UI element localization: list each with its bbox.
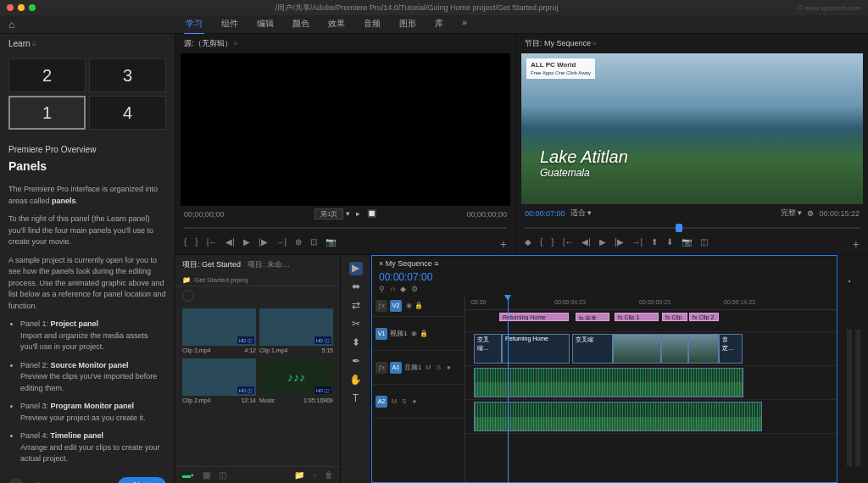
new-bin-icon[interactable]: 📁 (294, 470, 304, 480)
track-v2[interactable]: Returning Homefx 突发新…fx Clip 1fx Clip 3f… (465, 310, 837, 332)
workspace-effects[interactable]: 效果 (326, 14, 347, 35)
v1-target[interactable]: V1 (376, 328, 387, 340)
search-input[interactable] (182, 290, 194, 302)
source-video[interactable] (181, 53, 510, 206)
source-pager[interactable]: 第1页 ▾ ▸ 🔲 (314, 209, 376, 219)
track-a2[interactable] (465, 400, 837, 434)
settings-icon[interactable]: ⚙ (411, 285, 418, 293)
clip-segment[interactable] (613, 334, 661, 364)
maximize-icon[interactable] (29, 4, 36, 11)
clip-segment[interactable] (661, 334, 688, 364)
list-view-icon[interactable]: ▬▪ (182, 470, 194, 480)
time-ruler[interactable]: :00:00 00:00:04:23 00:00:09:23 00:00:14:… (465, 295, 837, 310)
next-button[interactable]: Next (118, 477, 166, 484)
insert-icon[interactable]: ⊕ (295, 237, 302, 251)
lock-icon[interactable]: 🔒 (415, 302, 423, 310)
home-icon[interactable]: ⌂ (8, 19, 14, 31)
record-icon[interactable]: ● (410, 397, 419, 406)
workspace-libraries[interactable]: 库 (433, 14, 445, 35)
clip-segment[interactable]: fx Clip 2 (689, 313, 719, 321)
slip-tool-icon[interactable]: ⬍ (349, 336, 363, 350)
step-back-icon[interactable]: ◀| (225, 237, 235, 251)
go-in-icon[interactable]: |← (207, 237, 218, 251)
razor-tool-icon[interactable]: ✂ (349, 318, 363, 331)
source-patch-a1[interactable]: ƒx (376, 362, 387, 374)
a2-target[interactable]: A2 (376, 396, 387, 408)
a1-target[interactable]: A1 (390, 362, 402, 374)
clip-item[interactable]: HD ◫Clip 3.mp44:12 (182, 308, 256, 355)
clip-segment[interactable]: Returning Home (502, 334, 570, 364)
program-video[interactable]: ALL PC World Free Apps One Click Away La… (521, 53, 863, 204)
export-frame-icon[interactable]: 📷 (682, 237, 692, 251)
workspace-editing[interactable]: 编辑 (255, 14, 275, 35)
workspace-overflow[interactable]: » (460, 14, 469, 35)
play-icon[interactable]: ▶ (243, 237, 250, 251)
mark-out-icon[interactable]: } (195, 237, 198, 251)
project-tab-active[interactable]: 项目: Get Started (182, 259, 241, 270)
source-scrubber[interactable] (184, 222, 507, 234)
thumb-1[interactable]: 1 (8, 96, 86, 130)
mute-icon[interactable]: M (390, 397, 398, 406)
freeform-view-icon[interactable]: ◫ (219, 470, 226, 480)
snap-icon[interactable]: ⚲ (379, 285, 385, 293)
mark-in-icon[interactable]: { (540, 237, 542, 251)
track-a1[interactable] (465, 366, 837, 400)
hand-tool-icon[interactable]: ✋ (349, 374, 363, 387)
play-icon[interactable]: ▶ (599, 237, 606, 251)
clip-segment[interactable]: 交叉缩 (572, 334, 613, 364)
workspace-graphics[interactable]: 图形 (398, 14, 418, 35)
mark-in-icon[interactable]: { (184, 237, 186, 251)
lock-icon[interactable]: 🔒 (420, 330, 428, 338)
pen-tool-icon[interactable]: ✒ (349, 355, 363, 369)
thumb-2[interactable]: 2 (8, 58, 86, 92)
track-select-tool-icon[interactable]: ⬌ (349, 280, 363, 294)
program-tab[interactable]: 节目: My Sequence (516, 34, 868, 53)
program-scrubber[interactable] (525, 222, 860, 234)
go-out-icon[interactable]: →| (276, 237, 287, 251)
clip-segment[interactable] (688, 334, 719, 364)
workspace-assembly[interactable]: 组件 (220, 14, 240, 35)
icon-view-icon[interactable]: ▦ (203, 470, 210, 480)
mark-out-icon[interactable]: } (551, 237, 554, 251)
go-in-icon[interactable]: |← (563, 237, 574, 251)
playhead[interactable] (508, 295, 509, 482)
timeline-timecode[interactable]: 00:00:07:00 (372, 271, 837, 283)
button-editor-icon[interactable]: + (500, 237, 507, 251)
mute-icon[interactable]: M (424, 364, 432, 372)
mute-icon[interactable]: ◉ (404, 302, 413, 310)
record-icon[interactable]: ● (444, 364, 453, 372)
clip-segment[interactable]: fx Clip 3 (662, 313, 687, 321)
traffic-lights[interactable] (7, 4, 36, 11)
workspace-audio[interactable]: 音频 (362, 14, 382, 35)
audio-clip[interactable] (474, 402, 762, 431)
extract-icon[interactable]: ⬇ (666, 237, 673, 251)
project-tab-other[interactable]: 项目: 未命… (248, 259, 290, 270)
thumb-3[interactable]: 3 (89, 58, 166, 92)
overwrite-icon[interactable]: ⊡ (310, 237, 317, 251)
minimize-icon[interactable] (18, 4, 25, 11)
marker-icon[interactable]: ◆ (400, 285, 406, 293)
clip-segment[interactable]: Returning Home (499, 313, 569, 321)
resolution-full[interactable]: 完整 ▾ (781, 208, 803, 219)
track-v1[interactable]: 交叉缩…Returning Home交叉缩音定… (465, 332, 837, 366)
lift-icon[interactable]: ⬆ (651, 237, 658, 251)
workspace-learn[interactable]: 学习 (184, 14, 204, 35)
v2-target[interactable]: V2 (390, 300, 402, 312)
clip-segment[interactable]: 交叉缩… (474, 334, 502, 364)
type-tool-icon[interactable]: T (349, 392, 363, 406)
learn-tab[interactable]: Learn (8, 39, 166, 52)
sequence-tab[interactable]: × My Sequence ≡ (372, 256, 837, 271)
close-icon[interactable] (7, 4, 14, 11)
selection-tool-icon[interactable]: ▶ (349, 262, 363, 275)
thumb-4[interactable]: 4 (89, 96, 166, 130)
compare-icon[interactable]: ◫ (700, 237, 708, 251)
clip-segment[interactable]: 音定… (719, 334, 743, 364)
source-patch-v2[interactable]: ƒx (376, 300, 387, 312)
linked-selection-icon[interactable]: ∩ (390, 285, 395, 293)
add-marker-icon[interactable]: ◆ (525, 237, 531, 251)
new-item-icon[interactable]: ▫ (313, 470, 316, 480)
audio-clip[interactable] (474, 368, 743, 397)
solo-icon[interactable]: S (434, 364, 442, 372)
clip-item[interactable]: HD ◫Clip 2.mp412:14 (182, 358, 256, 405)
solo-icon[interactable]: S (400, 397, 409, 406)
